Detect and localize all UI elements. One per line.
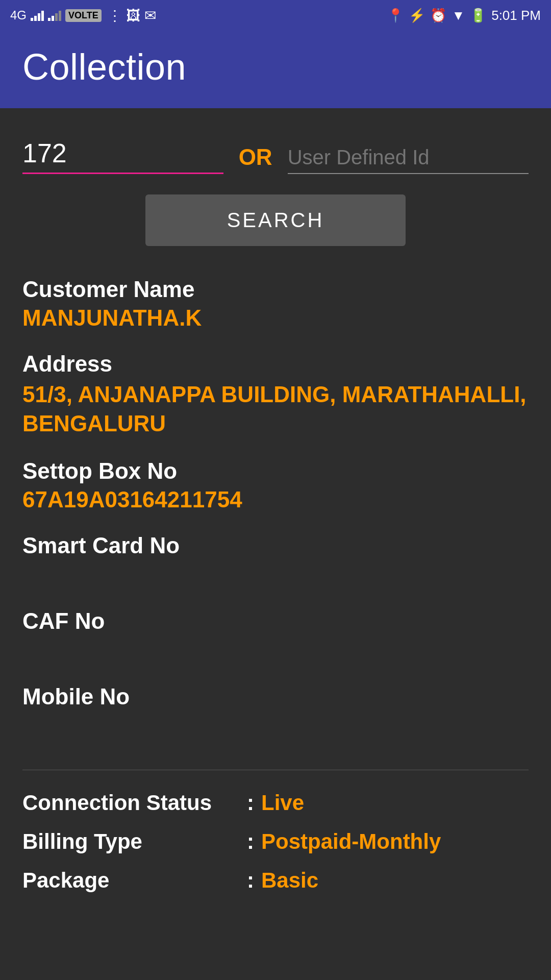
caf-value	[22, 637, 529, 664]
billing-type-label: Billing Type	[22, 829, 247, 854]
connection-status-row: Connection Status : Live	[22, 791, 529, 815]
main-content: OR SEARCH Customer Name MANJUNATHA.K Add…	[0, 108, 551, 938]
status-bar-right: 📍 ⚡ ⏰ ▼ 🔋 5:01 PM	[387, 8, 541, 23]
package-colon: :	[247, 868, 254, 893]
volte-badge: VOLTE	[65, 9, 102, 22]
address-value: 51/3, ANJANAPPA BUILDING, MARATHAHALLI, …	[22, 380, 529, 438]
id-search-input[interactable]	[22, 134, 223, 173]
connection-status-value: Live	[261, 791, 304, 815]
smart-card-label: Smart Card No	[22, 533, 529, 558]
package-value: Basic	[261, 868, 318, 893]
user-defined-input[interactable]	[288, 142, 529, 173]
billing-type-value: Postpaid-Monthly	[261, 829, 441, 854]
search-button[interactable]: SEARCH	[145, 194, 406, 246]
billing-type-row: Billing Type : Postpaid-Monthly	[22, 829, 529, 854]
mail-icon: ✉	[144, 7, 156, 24]
id-input-wrap	[22, 134, 223, 174]
search-button-wrap: SEARCH	[22, 194, 529, 246]
time-label: 5:01 PM	[491, 8, 541, 23]
settop-box-value: 67A19A03164211754	[22, 487, 529, 512]
location-icon: 📍	[387, 8, 404, 23]
app-header: Collection	[0, 31, 551, 108]
address-label: Address	[22, 351, 529, 377]
mobile-value	[22, 713, 529, 739]
customer-name-value: MANJUNATHA.K	[22, 305, 529, 331]
signal-icon-2	[48, 10, 61, 21]
image-icon: 🖼	[126, 7, 140, 24]
section-divider	[22, 770, 529, 770]
user-defined-wrap	[288, 142, 529, 174]
customer-name-label: Customer Name	[22, 277, 529, 302]
wifi-icon: ▼	[452, 8, 465, 23]
network-label: 4G	[10, 8, 27, 22]
billing-type-colon: :	[247, 829, 254, 854]
more-icon[interactable]: ⋮	[108, 7, 122, 24]
or-label: OR	[239, 144, 272, 174]
battery-icon: 🔋	[470, 8, 486, 23]
caf-label: CAF No	[22, 608, 529, 634]
mobile-label: Mobile No	[22, 684, 529, 709]
search-section: OR	[22, 134, 529, 174]
status-bar: 4G VOLTE ⋮ 🖼 ✉ 📍 ⚡ ⏰ ▼ 🔋 5:01 PM	[0, 0, 551, 31]
page-title: Collection	[22, 46, 529, 88]
smart-card-value	[22, 561, 529, 588]
package-row: Package : Basic	[22, 868, 529, 893]
signal-icon-1	[31, 10, 44, 21]
bluetooth-icon: ⚡	[409, 8, 425, 23]
connection-status-colon: :	[247, 791, 254, 815]
package-label: Package	[22, 868, 247, 893]
alarm-icon: ⏰	[430, 8, 446, 23]
settop-box-label: Settop Box No	[22, 458, 529, 484]
connection-status-label: Connection Status	[22, 791, 247, 815]
status-bar-left: 4G VOLTE ⋮ 🖼 ✉	[10, 7, 156, 24]
